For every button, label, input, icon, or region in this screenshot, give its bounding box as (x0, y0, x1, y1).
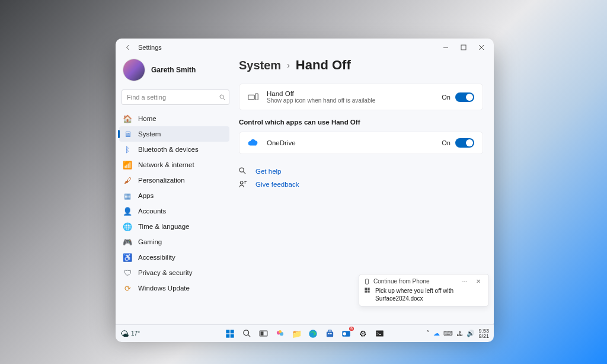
svg-line-9 (243, 171, 245, 174)
svg-rect-6 (248, 95, 255, 100)
sidebar-item-system[interactable]: 🖥System (119, 126, 229, 142)
volume-tray-icon[interactable]: 🔊 (467, 330, 475, 337)
search-button[interactable] (241, 328, 253, 340)
search-wrap (122, 90, 229, 105)
sidebar-item-label: System (138, 130, 161, 138)
avatar (123, 59, 145, 81)
back-button[interactable] (122, 41, 135, 54)
sidebar-item-label: Bluetooth & devices (138, 146, 199, 153)
titlebar: Settings (116, 39, 494, 56)
settings-icon[interactable]: ⚙ (357, 328, 369, 340)
svg-rect-7 (255, 94, 258, 100)
svg-rect-16 (226, 330, 229, 333)
link-label: Get help (255, 168, 281, 175)
app-icon (364, 287, 370, 293)
breadcrumb-page: Hand Off (296, 58, 351, 73)
toggle-state-label: On (442, 139, 451, 146)
svg-rect-28 (326, 331, 333, 337)
store-icon[interactable] (324, 328, 336, 340)
help-icon (239, 167, 250, 175)
sidebar-item-apps[interactable]: ▦Apps (119, 188, 229, 203)
breadcrumb-section[interactable]: System (239, 59, 281, 72)
minimize-button[interactable] (437, 41, 455, 54)
onedrive-tray-icon[interactable]: ☁ (433, 330, 440, 337)
svg-rect-19 (231, 334, 234, 337)
svg-line-21 (248, 334, 250, 337)
sidebar-item-bluetooth[interactable]: ᛒBluetooth & devices (119, 142, 229, 157)
explorer-icon[interactable]: 📁 (290, 328, 302, 340)
start-button[interactable] (224, 328, 236, 340)
sidebar-item-gaming[interactable]: 🎮Gaming (119, 234, 229, 250)
sidebar-item-label: Windows Update (138, 285, 190, 292)
notification-close-button[interactable]: ✕ (473, 278, 484, 285)
account-icon: 👤 (123, 206, 132, 216)
breadcrumb: System › Hand Off (239, 58, 483, 73)
link-label: Give feedback (255, 181, 299, 188)
task-view-button[interactable] (257, 328, 269, 340)
shield-icon: 🛡 (123, 268, 132, 277)
sidebar-item-label: Gaming (138, 238, 162, 245)
give-feedback-link[interactable]: Give feedback (239, 180, 483, 189)
sidebar-item-accessibility[interactable]: ♿Accessibility (119, 250, 229, 265)
sidebar-item-label: Apps (138, 192, 154, 199)
date: 9/21 (478, 334, 489, 339)
tray-chevron-icon[interactable]: ˄ (426, 330, 430, 337)
weather-temp: 17° (131, 330, 140, 337)
settings-window: Settings Gareth Smith 🏠Home (116, 39, 494, 329)
weather-widget[interactable]: 🌤 17° (120, 329, 140, 339)
outlook-icon[interactable]: 9 (340, 328, 352, 340)
sidebar-item-label: Personalization (138, 177, 185, 184)
svg-rect-34 (376, 331, 384, 337)
search-input[interactable] (122, 90, 229, 105)
clock[interactable]: 9:53 9/21 (478, 328, 489, 339)
maximize-button[interactable] (455, 41, 472, 54)
sidebar-item-network[interactable]: 📶Network & internet (119, 157, 229, 173)
close-button[interactable] (472, 41, 490, 54)
sidebar-item-privacy[interactable]: 🛡Privacy & security (119, 265, 229, 280)
handoff-toggle[interactable] (455, 92, 474, 102)
notification-message: Pick up where you left off with Surface2… (375, 287, 484, 302)
section-heading: Control which apps can use Hand Off (239, 119, 483, 126)
terminal-icon[interactable] (373, 328, 385, 340)
sidebar-item-label: Network & internet (138, 161, 194, 168)
svg-point-8 (239, 168, 244, 172)
sidebar-item-time[interactable]: 🌐Time & language (119, 219, 229, 234)
svg-line-5 (223, 98, 225, 100)
feedback-icon (239, 180, 250, 189)
get-help-link[interactable]: Get help (239, 167, 483, 175)
svg-point-26 (279, 330, 282, 333)
handoff-card[interactable]: Hand Off Show app icon when hand off is … (239, 84, 483, 110)
sidebar-item-personalization[interactable]: 🖌Personalization (119, 173, 229, 188)
system-icon: 🖥 (123, 129, 132, 139)
svg-rect-29 (328, 330, 331, 332)
network-tray-icon[interactable]: 🖧 (456, 330, 463, 337)
svg-rect-11 (366, 279, 369, 283)
sidebar-item-home[interactable]: 🏠Home (119, 111, 229, 126)
svg-point-4 (220, 95, 223, 98)
app-card-onedrive[interactable]: OneDrive On (239, 132, 483, 154)
notification-toast[interactable]: Continue from Phone ⋯ ✕ Pick up where yo… (359, 274, 489, 306)
svg-rect-23 (261, 332, 263, 335)
profile-block[interactable]: Gareth Smith (122, 56, 229, 90)
language-icon[interactable]: ⌨ (443, 330, 453, 337)
onedrive-toggle[interactable] (455, 138, 474, 148)
badge: 9 (349, 327, 354, 331)
edge-icon[interactable] (307, 328, 319, 340)
nav: 🏠Home 🖥System ᛒBluetooth & devices 📶Netw… (119, 111, 229, 296)
notification-more-button[interactable]: ⋯ (459, 278, 469, 285)
window-title: Settings (138, 44, 162, 51)
sidebar-item-update[interactable]: ⟳Windows Update (119, 280, 229, 296)
weather-icon: 🌤 (120, 329, 129, 339)
svg-rect-12 (365, 288, 367, 290)
sidebar-item-label: Home (138, 115, 156, 122)
copilot-icon[interactable] (274, 328, 286, 340)
accessibility-icon: ♿ (123, 253, 132, 262)
apps-icon: ▦ (123, 191, 132, 200)
svg-rect-18 (226, 334, 229, 337)
svg-rect-1 (461, 45, 466, 50)
bluetooth-icon: ᛒ (123, 145, 132, 154)
sidebar-item-accounts[interactable]: 👤Accounts (119, 203, 229, 219)
svg-point-20 (243, 330, 248, 336)
card-subtitle: Show app icon when hand off is available (267, 97, 435, 104)
gaming-icon: 🎮 (123, 237, 132, 247)
